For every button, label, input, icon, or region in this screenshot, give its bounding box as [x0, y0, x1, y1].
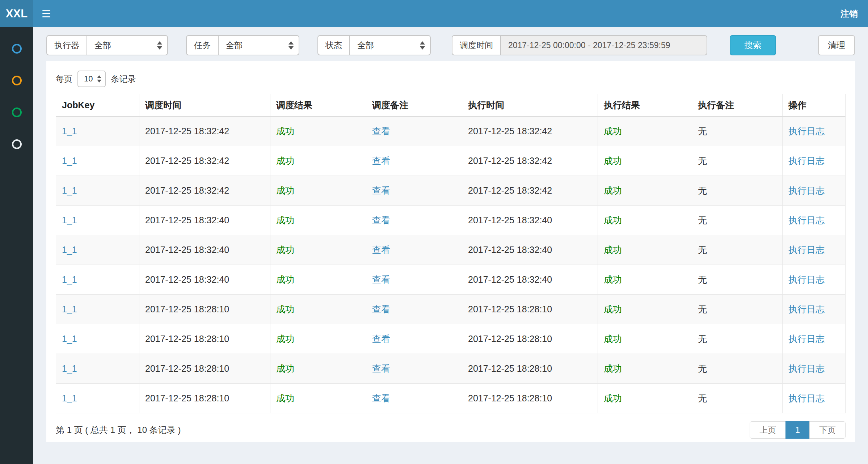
- current-page-button[interactable]: 1: [785, 421, 810, 439]
- trigger-msg-link[interactable]: 查看: [372, 185, 390, 195]
- column-header: 执行备注: [692, 94, 783, 117]
- app-logo[interactable]: XXL: [0, 0, 33, 27]
- table-cell: 执行日志: [783, 235, 846, 265]
- table-cell: 成功: [270, 117, 366, 146]
- table-cell: 成功: [598, 384, 692, 413]
- table-cell: 无: [692, 384, 783, 413]
- trigger-msg-link[interactable]: 查看: [372, 304, 390, 314]
- action-link[interactable]: 执行日志: [788, 393, 825, 403]
- sidebar-item-4[interactable]: [0, 128, 33, 160]
- trigger-time-cell: 2017-12-25 18:32:40: [145, 215, 229, 225]
- job-key-link[interactable]: 1_1: [62, 156, 77, 166]
- job-key-link[interactable]: 1_1: [62, 274, 77, 284]
- trigger-msg-link[interactable]: 查看: [372, 393, 390, 403]
- column-header: 执行结果: [598, 94, 692, 117]
- job-key-link[interactable]: 1_1: [62, 185, 77, 195]
- table-cell: 执行日志: [783, 206, 846, 235]
- table-cell: 查看: [366, 235, 462, 265]
- handle-time-cell: 2017-12-25 18:32:40: [468, 215, 552, 225]
- table-cell: 2017-12-25 18:32:40: [462, 206, 598, 235]
- trigger-msg-link[interactable]: 查看: [372, 363, 390, 374]
- handle-msg-cell: 无: [698, 334, 707, 344]
- trigger-result-cell: 成功: [276, 215, 294, 225]
- trigger-msg-link[interactable]: 查看: [372, 334, 390, 344]
- table-cell: 查看: [366, 295, 462, 324]
- circle-icon: [12, 76, 22, 85]
- job-key-link[interactable]: 1_1: [62, 363, 77, 374]
- status-filter-label: 状态: [317, 35, 349, 55]
- table-cell: 成功: [270, 354, 366, 384]
- job-key-link[interactable]: 1_1: [62, 304, 77, 314]
- trigger-msg-link[interactable]: 查看: [372, 126, 390, 136]
- table-cell: 1_1: [56, 117, 139, 146]
- table-cell: 无: [692, 176, 783, 206]
- pagination-summary: 第 1 页 ( 总共 1 页， 10 条记录 ): [56, 424, 181, 436]
- action-link[interactable]: 执行日志: [788, 245, 825, 255]
- table-cell: 成功: [270, 146, 366, 176]
- trigger-time-filter-label: 调度时间: [452, 35, 500, 55]
- table-cell: 无: [692, 146, 783, 176]
- per-page-label-suffix: 条记录: [111, 73, 136, 85]
- trigger-msg-link[interactable]: 查看: [372, 215, 390, 225]
- log-table: JobKey调度时间调度结果调度备注执行时间执行结果执行备注操作 1_12017…: [56, 94, 846, 413]
- prev-page-button[interactable]: 上页: [750, 421, 786, 439]
- sidebar-item-1[interactable]: [0, 33, 33, 64]
- next-page-button[interactable]: 下页: [809, 421, 846, 439]
- status-select[interactable]: 全部: [349, 35, 431, 55]
- handle-time-cell: 2017-12-25 18:28:10: [468, 393, 552, 403]
- table-cell: 成功: [598, 176, 692, 206]
- executor-select[interactable]: 全部: [87, 35, 168, 55]
- handle-time-cell: 2017-12-25 18:32:42: [468, 185, 552, 195]
- sidebar-menu: [0, 33, 33, 160]
- table-cell: 成功: [270, 265, 366, 295]
- action-link[interactable]: 执行日志: [788, 215, 825, 225]
- job-select[interactable]: 全部: [218, 35, 299, 55]
- trigger-time-range-input[interactable]: 2017-12-25 00:00:00 - 2017-12-25 23:59:5…: [500, 35, 707, 55]
- table-cell: 成功: [270, 324, 366, 354]
- action-link[interactable]: 执行日志: [788, 156, 825, 166]
- action-link[interactable]: 执行日志: [788, 185, 825, 195]
- trigger-msg-link[interactable]: 查看: [372, 274, 390, 284]
- sidebar-item-2[interactable]: [0, 64, 33, 96]
- clear-button[interactable]: 清理: [818, 35, 855, 55]
- select-arrows-icon: [157, 41, 162, 50]
- column-header: 操作: [783, 94, 846, 117]
- sidebar-toggle-button[interactable]: ☰: [33, 0, 59, 27]
- job-key-link[interactable]: 1_1: [62, 245, 77, 255]
- table-cell: 2017-12-25 18:28:10: [139, 295, 270, 324]
- action-link[interactable]: 执行日志: [788, 304, 825, 314]
- table-cell: 成功: [598, 354, 692, 384]
- handle-msg-cell: 无: [698, 185, 707, 195]
- status-select-value: 全部: [357, 40, 374, 51]
- table-cell: 无: [692, 354, 783, 384]
- table-cell: 1_1: [56, 354, 139, 384]
- job-filter-group: 任务 全部: [186, 35, 299, 55]
- trigger-msg-link[interactable]: 查看: [372, 156, 390, 166]
- column-header: 调度时间: [139, 94, 270, 117]
- table-cell: 2017-12-25 18:28:10: [462, 295, 598, 324]
- action-link[interactable]: 执行日志: [788, 334, 825, 344]
- trigger-result-cell: 成功: [276, 274, 294, 284]
- job-key-link[interactable]: 1_1: [62, 126, 77, 136]
- action-link[interactable]: 执行日志: [788, 363, 825, 374]
- action-link[interactable]: 执行日志: [788, 126, 825, 136]
- hamburger-menu-icon: ☰: [42, 8, 51, 20]
- log-table-header-row: JobKey调度时间调度结果调度备注执行时间执行结果执行备注操作: [56, 94, 846, 117]
- job-key-link[interactable]: 1_1: [62, 215, 77, 225]
- job-key-link[interactable]: 1_1: [62, 334, 77, 344]
- search-button[interactable]: 搜索: [730, 35, 776, 55]
- pagination: 上页 1 下页: [750, 421, 846, 439]
- action-link[interactable]: 执行日志: [788, 274, 825, 284]
- logout-link[interactable]: 注销: [830, 0, 868, 27]
- sidebar-item-3[interactable]: [0, 96, 33, 128]
- trigger-time-filter-group: 调度时间 2017-12-25 00:00:00 - 2017-12-25 23…: [452, 35, 707, 55]
- table-row: 1_12017-12-25 18:28:10成功查看2017-12-25 18:…: [56, 354, 846, 384]
- handle-time-cell: 2017-12-25 18:32:42: [468, 126, 552, 136]
- per-page-select[interactable]: 10: [77, 71, 106, 87]
- table-cell: 成功: [598, 295, 692, 324]
- table-cell: 1_1: [56, 146, 139, 176]
- trigger-msg-link[interactable]: 查看: [372, 245, 390, 255]
- table-row: 1_12017-12-25 18:28:10成功查看2017-12-25 18:…: [56, 324, 846, 354]
- job-select-value: 全部: [226, 40, 243, 51]
- job-key-link[interactable]: 1_1: [62, 393, 77, 403]
